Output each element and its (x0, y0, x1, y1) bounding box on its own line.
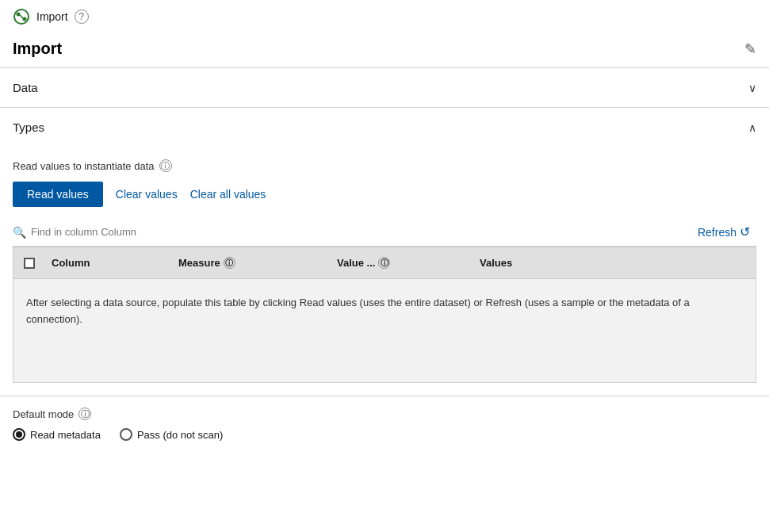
svg-line-3 (20, 15, 23, 18)
data-section-label: Data (13, 81, 38, 94)
th-value: Value ... ⓘ (331, 254, 473, 272)
clear-all-values-button[interactable]: Clear all values (190, 188, 266, 201)
table-container: Column Measure ⓘ Value ... ⓘ Values Afte… (13, 247, 756, 383)
svg-point-1 (17, 13, 21, 17)
radio-circle-read-metadata (13, 428, 25, 441)
page-header: Import ✎ (0, 33, 769, 67)
clear-values-button[interactable]: Clear values (116, 188, 178, 201)
table-header: Column Measure ⓘ Value ... ⓘ Values (13, 247, 756, 279)
th-column-label: Column (52, 257, 90, 269)
th-value-label: Value ... (337, 257, 375, 269)
description-info-icon[interactable]: ⓘ (159, 159, 172, 172)
types-section-label: Types (13, 121, 44, 134)
default-mode-info[interactable]: ⓘ (78, 408, 91, 420)
table-empty-message: After selecting a data source, populate … (26, 295, 743, 328)
th-value-info[interactable]: ⓘ (378, 257, 390, 269)
actions-row: Read values Clear values Clear all value… (13, 182, 756, 207)
radio-label-pass: Pass (do not scan) (137, 429, 223, 441)
th-values: Values (473, 254, 600, 272)
data-section-header[interactable]: Data ∨ (0, 68, 769, 107)
types-section-header[interactable]: Types ∧ (0, 108, 769, 147)
radio-label-read-metadata: Read metadata (30, 429, 101, 441)
page-title: Import (13, 40, 62, 58)
read-values-description: Read values to instantiate data ⓘ (13, 159, 756, 172)
refresh-icon: ↺ (740, 224, 750, 239)
search-refresh-row: 🔍 Refresh ↺ (13, 218, 756, 247)
import-node-icon (13, 8, 30, 25)
th-checkbox[interactable] (13, 254, 45, 272)
radio-pass[interactable]: Pass (do not scan) (120, 428, 223, 441)
types-content: Read values to instantiate data ⓘ Read v… (0, 147, 769, 383)
th-measure-label: Measure (178, 257, 220, 269)
edit-icon[interactable]: ✎ (744, 40, 756, 58)
th-column: Column (45, 254, 172, 272)
select-all-checkbox[interactable] (24, 258, 35, 269)
search-input[interactable] (31, 226, 691, 238)
default-mode-text: Default mode (13, 408, 74, 420)
help-icon[interactable]: ? (75, 10, 89, 24)
th-measure-info[interactable]: ⓘ (224, 257, 235, 269)
refresh-label: Refresh (698, 226, 736, 239)
table-body: After selecting a data source, populate … (13, 279, 756, 382)
description-text: Read values to instantiate data (13, 160, 155, 172)
data-section-chevron: ∨ (748, 82, 756, 94)
th-values-label: Values (480, 257, 512, 269)
read-values-button[interactable]: Read values (13, 182, 103, 207)
nav-title: Import (36, 10, 68, 23)
radio-read-metadata[interactable]: Read metadata (13, 428, 101, 441)
radio-options: Read metadata Pass (do not scan) (13, 428, 756, 441)
default-mode-section: Default mode ⓘ Read metadata Pass (do no… (0, 396, 769, 452)
radio-dot-read-metadata (16, 431, 22, 438)
types-section-chevron: ∧ (748, 121, 756, 134)
radio-circle-pass (120, 428, 132, 441)
search-icon: 🔍 (13, 226, 26, 239)
th-measure: Measure ⓘ (172, 254, 331, 272)
refresh-button[interactable]: Refresh ↺ (691, 221, 756, 243)
default-mode-label: Default mode ⓘ (13, 408, 756, 420)
top-nav: Import ? (0, 0, 769, 33)
